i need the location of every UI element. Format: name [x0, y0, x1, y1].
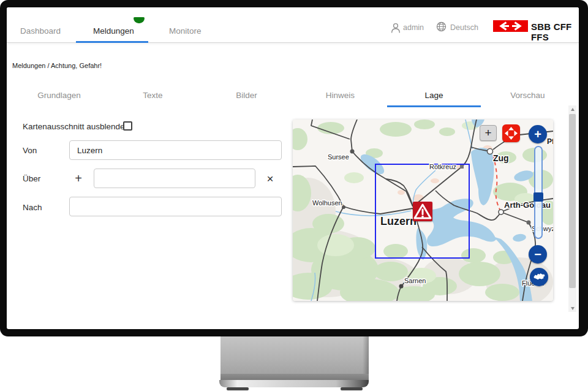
- tab-grundlagen[interactable]: Grundlagen: [12, 88, 106, 105]
- warning-marker-icon[interactable]: [413, 202, 432, 221]
- scrollbar-thumb[interactable]: [569, 114, 576, 288]
- move-icon: [502, 124, 520, 142]
- switzerland-icon: [531, 269, 547, 285]
- nav-item-dashboard[interactable]: Dashboard: [20, 26, 61, 36]
- map-label-arth-goldau: Arth-Goldau: [504, 200, 551, 210]
- monitor-stand-base: [219, 380, 369, 387]
- clear-via-button[interactable]: ×: [263, 172, 277, 185]
- sbb-arrows-icon: [493, 20, 528, 32]
- map-label-sarnen: Sarnen: [404, 277, 426, 284]
- language-label[interactable]: Deutsch: [450, 23, 478, 32]
- home-extent-button[interactable]: [530, 268, 548, 286]
- user-icon-svg: [391, 23, 401, 34]
- nav-active-underline: [76, 41, 148, 43]
- map-label-sursee: Sursee: [328, 153, 349, 161]
- ueber-label: Über: [23, 174, 40, 183]
- map-label-wolhusen: Wolhusen: [312, 199, 342, 207]
- monitor-stand: [221, 336, 369, 375]
- meldungen-status-icon: [134, 17, 145, 23]
- tab-label: Texte: [143, 91, 162, 100]
- von-input[interactable]: [69, 140, 282, 160]
- tab-bilder[interactable]: Bilder: [200, 88, 293, 105]
- tab-lage[interactable]: Lage: [387, 88, 481, 105]
- nav-item-monitore[interactable]: Monitore: [169, 26, 202, 36]
- scroll-up-triangle: [571, 108, 575, 111]
- pan-mode-button[interactable]: [502, 124, 520, 142]
- tab-bar: Grundlagen Texte Bilder Hinweis Lage Vor…: [12, 88, 575, 105]
- sbb-logo: [493, 20, 528, 32]
- scroll-down-triangle: [571, 307, 575, 310]
- logo-text: SBB CFF FFS: [531, 21, 579, 42]
- user-name[interactable]: admin: [403, 23, 424, 32]
- zoom-out-button[interactable]: −: [529, 245, 547, 264]
- tab-label: Hinweis: [326, 91, 355, 100]
- hide-map-label: Kartenausschnitt ausblenden: [23, 122, 129, 131]
- nach-label: Nach: [23, 203, 42, 212]
- globe-icon-svg: [436, 21, 447, 32]
- tab-label: Vorschau: [510, 91, 545, 100]
- screen: Dashboard Meldungen Monitore admin: [7, 7, 579, 329]
- ueber-input[interactable]: [94, 169, 255, 188]
- app-header: Dashboard Meldungen Monitore admin: [7, 7, 579, 43]
- map-label-luzern: Luzern: [380, 215, 417, 227]
- tab-label: Lage: [424, 91, 443, 100]
- globe-icon[interactable]: [436, 21, 447, 34]
- map-canvas[interactable]: Sursee Wolhusen Rotkreuz Luzern Zug Arth…: [293, 120, 553, 301]
- breadcrumb: Meldungen / Achtung, Gefahr!: [12, 62, 102, 69]
- monitor-foot: [227, 387, 249, 390]
- content-scrollbar[interactable]: [568, 105, 576, 312]
- zoom-in-button[interactable]: +: [529, 125, 547, 143]
- warning-triangle-icon: [413, 202, 432, 221]
- hide-map-checkbox[interactable]: [123, 121, 132, 131]
- map-label-rotkreuz: Rotkreuz: [429, 163, 456, 170]
- nav-item-meldungen[interactable]: Meldungen: [93, 26, 134, 36]
- map-label-zug: Zug: [493, 153, 509, 163]
- add-via-button[interactable]: +: [72, 172, 85, 185]
- overview-zoom-button[interactable]: +: [480, 125, 497, 141]
- user-icon[interactable]: [391, 23, 401, 36]
- nach-input[interactable]: [69, 197, 282, 216]
- tab-hinweis[interactable]: Hinweis: [293, 88, 387, 105]
- map-label-pfaeffikon: Pfäffikon: [547, 137, 553, 146]
- scroll-up-arrow[interactable]: [568, 105, 576, 113]
- scroll-down-arrow[interactable]: [568, 305, 576, 312]
- zoom-slider[interactable]: [534, 146, 543, 239]
- monitor-foot: [341, 387, 363, 390]
- tab-label: Bilder: [236, 91, 257, 100]
- monitor-stage: Dashboard Meldungen Monitore admin: [0, 0, 588, 391]
- von-label: Von: [23, 146, 37, 155]
- tab-texte[interactable]: Texte: [106, 88, 200, 105]
- zoom-slider-handle[interactable]: [533, 192, 543, 202]
- tab-label: Grundlagen: [37, 91, 81, 100]
- tab-active-underline: [387, 105, 481, 107]
- tab-vorschau[interactable]: Vorschau: [481, 88, 575, 105]
